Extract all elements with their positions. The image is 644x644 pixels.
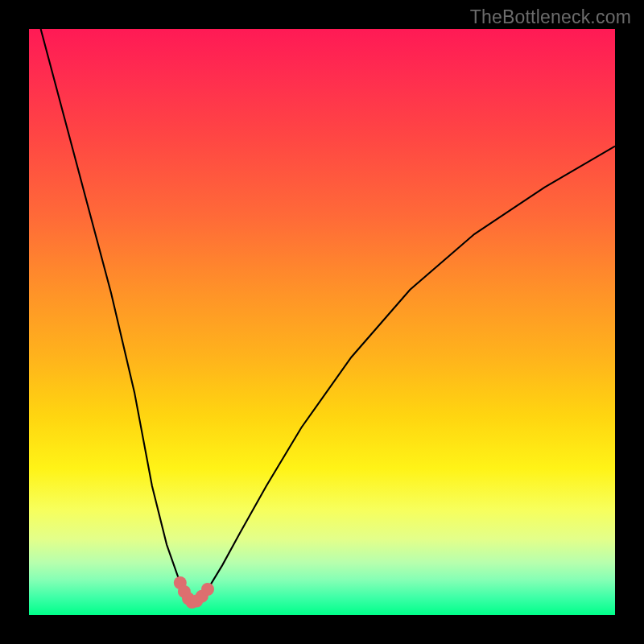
chart-frame: TheBottleneck.com <box>0 0 644 644</box>
chart-svg <box>29 29 615 615</box>
plot-area <box>29 29 615 615</box>
watermark: TheBottleneck.com <box>470 6 631 28</box>
minimum-markers <box>174 576 214 609</box>
bottleneck-curve <box>41 29 615 602</box>
marker-dot <box>201 583 214 596</box>
